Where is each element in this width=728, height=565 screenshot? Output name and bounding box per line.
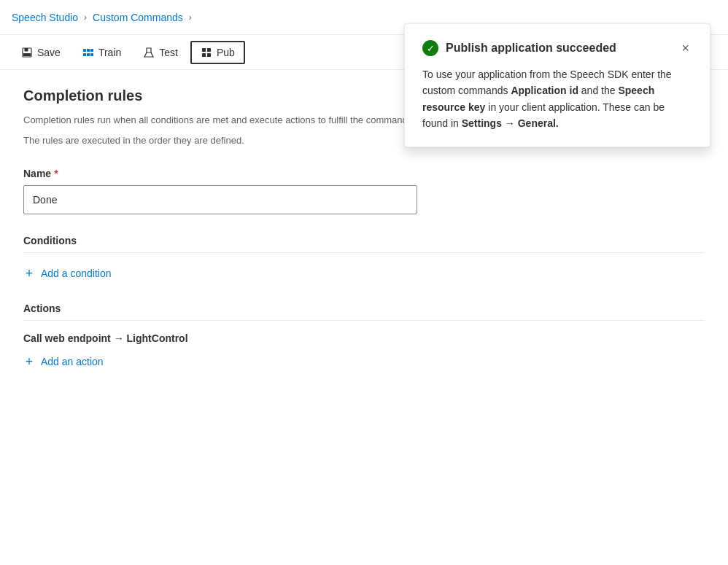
save-icon <box>21 47 33 58</box>
conditions-header: Conditions <box>23 235 705 246</box>
toast-title: Publish application succeeded <box>446 42 616 55</box>
svg-rect-8 <box>90 53 93 56</box>
add-condition-button[interactable]: + Add a condition <box>23 265 112 282</box>
toast: ✓ Publish application succeeded × To use… <box>404 23 710 147</box>
train-label: Train <box>98 47 121 58</box>
toast-bold1: Application id <box>511 85 578 96</box>
name-section: Name * <box>23 168 705 214</box>
toast-body: To use your application from the Speech … <box>422 66 692 132</box>
add-action-plus-icon: + <box>23 356 35 367</box>
breadcrumb-custom-commands[interactable]: Custom Commands <box>93 12 183 23</box>
test-button[interactable]: Test <box>133 42 187 63</box>
toast-header: ✓ Publish application succeeded × <box>422 39 692 58</box>
conditions-section: Conditions + Add a condition <box>23 235 705 282</box>
name-label: Name * <box>23 168 705 179</box>
svg-rect-6 <box>83 53 86 56</box>
name-input[interactable] <box>23 185 417 214</box>
save-label: Save <box>37 47 61 58</box>
breadcrumb-separator-1: › <box>84 12 87 23</box>
toast-title-row: ✓ Publish application succeeded <box>422 40 616 56</box>
save-button[interactable]: Save <box>12 42 70 63</box>
train-icon <box>82 47 94 58</box>
toast-close-button[interactable]: × <box>678 39 692 58</box>
svg-rect-13 <box>207 53 211 57</box>
actions-section: Actions Call web endpoint → LightControl… <box>23 303 705 370</box>
conditions-divider <box>23 252 705 253</box>
breadcrumb-speech-studio[interactable]: Speech Studio <box>12 12 78 23</box>
svg-rect-1 <box>25 48 28 52</box>
toast-body-part2: and the <box>578 85 619 96</box>
add-action-button[interactable]: + Add an action <box>23 353 104 370</box>
svg-rect-4 <box>87 49 90 52</box>
svg-rect-11 <box>207 48 211 52</box>
checkmark-icon: ✓ <box>427 43 435 54</box>
svg-rect-7 <box>87 53 90 56</box>
svg-rect-3 <box>83 49 86 52</box>
train-button[interactable]: Train <box>73 42 131 63</box>
test-icon <box>143 47 155 58</box>
required-star: * <box>54 168 58 179</box>
actions-divider <box>23 320 705 321</box>
action-item: Call web endpoint → LightControl <box>23 332 705 344</box>
publish-label: Pub <box>217 47 235 58</box>
actions-header: Actions <box>23 303 705 314</box>
svg-rect-5 <box>90 49 93 52</box>
publish-button[interactable]: Pub <box>190 41 245 64</box>
close-icon: × <box>681 42 689 55</box>
add-condition-plus-icon: + <box>23 268 35 279</box>
toast-bold3: Settings → General. <box>462 117 559 129</box>
svg-rect-10 <box>202 48 206 52</box>
add-action-label: Add an action <box>41 356 104 367</box>
publish-icon <box>201 47 212 58</box>
breadcrumb-separator-2: › <box>189 12 192 23</box>
add-condition-label: Add a condition <box>41 268 112 279</box>
svg-rect-2 <box>23 53 31 56</box>
svg-rect-12 <box>202 53 206 57</box>
test-label: Test <box>159 47 178 58</box>
success-icon: ✓ <box>422 40 438 56</box>
breadcrumb: Speech Studio › Custom Commands › <box>12 12 192 23</box>
